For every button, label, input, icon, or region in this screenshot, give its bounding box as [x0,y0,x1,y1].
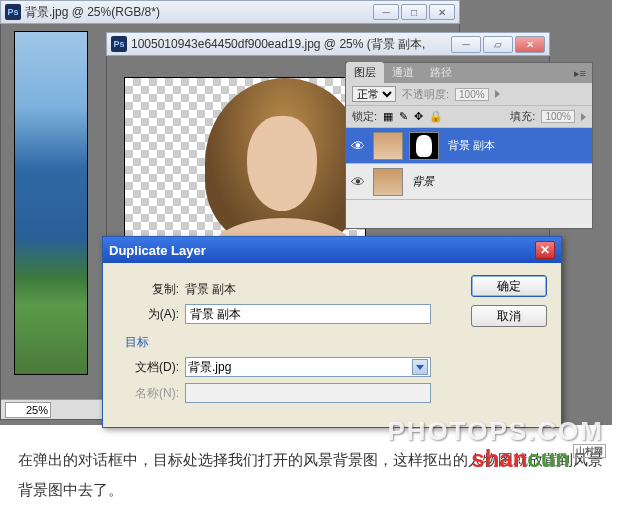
layer-item-background[interactable]: 👁 背景 [346,164,592,200]
dialog-titlebar[interactable]: Duplicate Layer ✕ [103,237,561,263]
tab-paths[interactable]: 路径 [422,62,460,83]
layer-name[interactable]: 背景 副本 [448,138,495,153]
layer-item-copy[interactable]: 👁 背景 副本 [346,128,592,164]
layers-panel: 图层 通道 路径 ▸≡ 正常 不透明度: 100% 锁定: ▦ ✎ ✥ 🔒 填充… [345,62,593,229]
zoom-input[interactable] [5,402,51,418]
portrait-image [195,78,365,248]
maximize-button[interactable]: □ [401,4,427,20]
as-label: 为(A): [117,306,179,323]
destination-label: 目标 [125,334,149,351]
opacity-slider-icon[interactable] [495,90,500,98]
window1-title: 背景.jpg @ 25%(RGB/8*) [25,4,369,21]
duplicate-label: 复制: [117,281,179,298]
window1-titlebar[interactable]: Ps 背景.jpg @ 25%(RGB/8*) ─ □ ✕ [0,0,460,24]
document-select[interactable]: 背景.jpg [185,357,431,377]
tab-layers[interactable]: 图层 [346,62,384,83]
document-value: 背景.jpg [188,359,231,376]
maximize-button[interactable]: ▱ [483,36,513,53]
name-input [185,383,431,403]
visibility-icon[interactable]: 👁 [346,138,370,154]
fill-value[interactable]: 100% [541,110,575,123]
document-label: 文档(D): [117,359,179,376]
dialog-close-button[interactable]: ✕ [535,241,555,259]
name-label: 名称(N): [117,385,179,402]
dropdown-icon[interactable] [412,359,428,375]
lock-position-icon[interactable]: ✥ [414,110,423,123]
panel-menu-icon[interactable]: ▸≡ [568,64,592,83]
lock-all-icon[interactable]: 🔒 [429,110,443,123]
fill-label: 填充: [510,109,535,124]
visibility-icon[interactable]: 👁 [346,174,370,190]
duplicate-value: 背景 副本 [185,281,236,298]
document2-canvas[interactable] [125,78,365,248]
cancel-button[interactable]: 取消 [471,305,547,327]
as-input[interactable] [185,304,431,324]
lock-pixels-icon[interactable]: ✎ [399,110,408,123]
window2-titlebar[interactable]: Ps 1005010943e64450df900ead19.jpg @ 25% … [106,32,550,56]
watermark-shancun: shancun山村网 [471,445,606,473]
blend-mode-select[interactable]: 正常 [352,86,396,102]
dialog-title: Duplicate Layer [109,243,206,258]
fill-slider-icon[interactable] [581,113,586,121]
window2-title: 1005010943e64450df900ead19.jpg @ 25% (背景… [131,36,447,53]
tab-channels[interactable]: 通道 [384,62,422,83]
layer-name[interactable]: 背景 [412,174,434,189]
minimize-button[interactable]: ─ [451,36,481,53]
close-button[interactable]: ✕ [515,36,545,53]
layer-mask-thumbnail[interactable] [409,132,439,160]
duplicate-layer-dialog: Duplicate Layer ✕ 确定 取消 复制: 背景 副本 为(A): … [102,236,562,428]
minimize-button[interactable]: ─ [373,4,399,20]
layer-thumbnail[interactable] [373,132,403,160]
photoshop-icon: Ps [111,36,127,52]
lock-label: 锁定: [352,109,377,124]
photoshop-icon: Ps [5,4,21,20]
opacity-value[interactable]: 100% [455,88,489,101]
close-button[interactable]: ✕ [429,4,455,20]
opacity-label: 不透明度: [402,87,449,102]
ok-button[interactable]: 确定 [471,275,547,297]
layer-thumbnail[interactable] [373,168,403,196]
lock-transparency-icon[interactable]: ▦ [383,110,393,123]
document1-canvas[interactable] [15,32,87,374]
watermark-photops: PHOTOPS.COM [387,416,604,447]
